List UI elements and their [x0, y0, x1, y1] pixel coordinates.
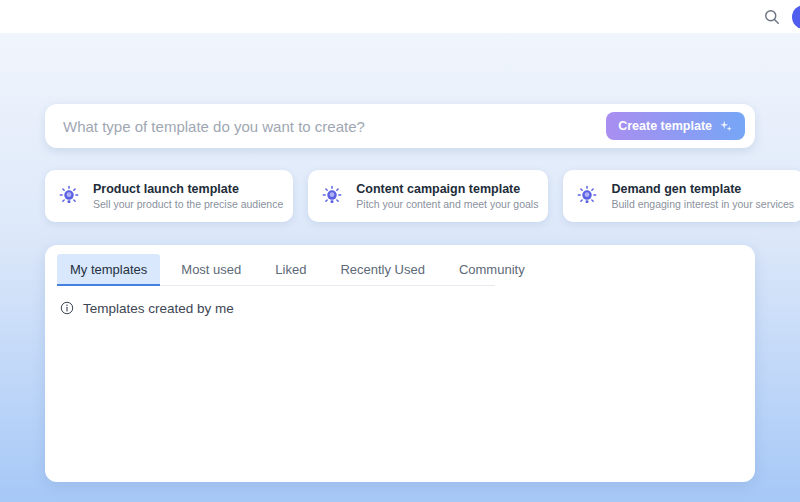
card-content-campaign-template[interactable]: Content campaign template Pitch your con… [308, 170, 548, 222]
template-prompt-input[interactable] [45, 118, 606, 135]
top-header [0, 0, 800, 33]
create-template-button[interactable]: Create template [606, 112, 745, 140]
template-creation-page: Create template [0, 0, 800, 502]
card-subtitle: Build engaging interest in your services [611, 198, 794, 210]
tab-community[interactable]: Community [446, 254, 538, 286]
tab-liked[interactable]: Liked [262, 254, 319, 286]
card-product-launch-template[interactable]: Product launch template Sell your produc… [45, 170, 293, 222]
card-text: Demand gen template Build engaging inter… [611, 182, 794, 210]
card-title: Demand gen template [611, 182, 794, 196]
card-subtitle: Pitch your content and meet your goals [356, 198, 538, 210]
lightbulb-icon [58, 185, 80, 207]
create-template-label: Create template [618, 119, 712, 133]
user-avatar[interactable] [792, 5, 800, 29]
tab-recently-used[interactable]: Recently Used [327, 254, 438, 286]
card-text: Content campaign template Pitch your con… [356, 182, 538, 210]
empty-state-row: Templates created by me [59, 300, 755, 316]
lightbulb-icon [576, 185, 598, 207]
card-title: Product launch template [93, 182, 283, 196]
template-suggestions: Product launch template Sell your produc… [45, 170, 755, 222]
search-icon[interactable] [762, 7, 782, 27]
card-text: Product launch template Sell your produc… [93, 182, 283, 210]
empty-state-message: Templates created by me [83, 301, 234, 316]
lightbulb-icon [321, 185, 343, 207]
tab-my-templates[interactable]: My templates [57, 254, 160, 286]
tab-most-used[interactable]: Most used [168, 254, 254, 286]
templates-panel: My templates Most used Liked Recently Us… [45, 245, 755, 482]
sparkles-icon [719, 119, 733, 133]
info-icon [59, 300, 75, 316]
card-title: Content campaign template [356, 182, 538, 196]
templates-tab-bar: My templates Most used Liked Recently Us… [57, 254, 495, 286]
template-prompt-bar: Create template [45, 104, 755, 148]
card-subtitle: Sell your product to the precise audienc… [93, 198, 283, 210]
card-demand-gen-template[interactable]: Demand gen template Build engaging inter… [563, 170, 800, 222]
main-content: Create template [0, 33, 800, 502]
